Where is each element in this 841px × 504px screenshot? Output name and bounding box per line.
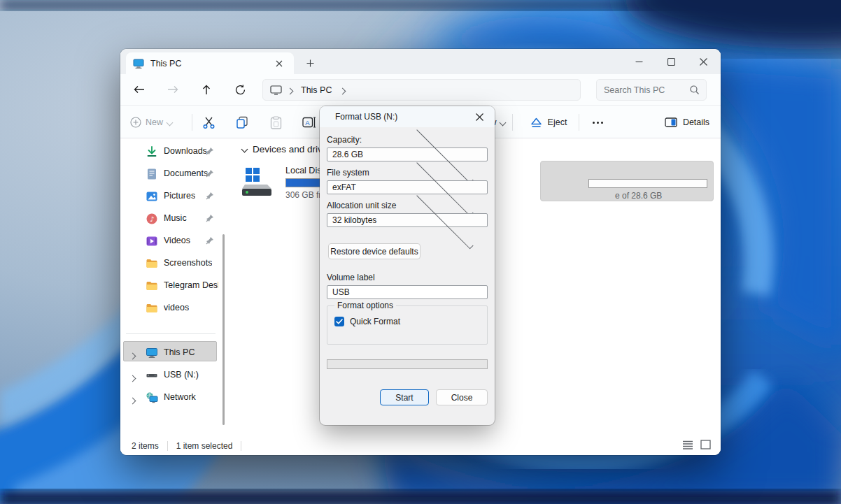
refresh-icon[interactable] [229, 79, 250, 100]
pin-icon [206, 214, 214, 222]
new-tab-icon[interactable] [301, 55, 319, 71]
svg-text:A: A [305, 119, 310, 127]
file-system-select[interactable]: exFAT [327, 180, 488, 194]
close-icon[interactable] [687, 49, 719, 74]
desktop: This PC [0, 0, 841, 504]
chevron-right-icon [129, 398, 136, 405]
monitor-icon [146, 347, 158, 359]
allocation-unit-select[interactable]: 32 kilobytes [327, 213, 488, 227]
copy-button[interactable] [229, 111, 255, 134]
close-button[interactable]: Close [436, 389, 488, 405]
restore-defaults-button[interactable]: Restore device defaults [328, 243, 420, 259]
paste-button [263, 111, 288, 134]
sidebar-item-videos[interactable]: Videos [120, 231, 227, 252]
chevron-down-icon [499, 119, 506, 126]
capacity-select[interactable]: 28.6 GB [327, 147, 488, 161]
sidebar-item-network[interactable]: Network [120, 387, 227, 408]
volume-label-input[interactable] [327, 285, 488, 299]
tab-title: This PC [150, 59, 271, 69]
local-disk-icon [241, 164, 276, 199]
start-button[interactable]: Start [380, 389, 429, 405]
tab-bar: This PC [120, 49, 721, 74]
cut-icon [202, 116, 215, 129]
network-icon [146, 391, 158, 404]
sidebar-scrollbar[interactable] [222, 234, 225, 425]
folder-icon [146, 257, 158, 270]
search-box[interactable] [596, 79, 707, 101]
navigation-bar: This PC [120, 74, 721, 105]
chevron-down-icon [416, 127, 473, 183]
monitor-icon [270, 85, 282, 95]
dialog-close-icon[interactable] [469, 109, 489, 124]
search-input[interactable] [604, 85, 690, 95]
sidebar-item-pictures[interactable]: Pictures [120, 186, 227, 207]
cut-button[interactable] [196, 111, 221, 134]
format-progress-bar [327, 359, 488, 369]
chevron-down-icon [241, 146, 248, 153]
list-view-icon[interactable] [682, 440, 693, 449]
format-options-legend: Format options [334, 301, 396, 310]
tab-close-icon[interactable] [271, 56, 287, 71]
tab-this-pc[interactable]: This PC [126, 52, 294, 74]
check-icon [336, 319, 343, 324]
pin-icon [206, 147, 214, 155]
download-icon [146, 145, 158, 158]
sidebar-item-downloads[interactable]: Downloads [120, 141, 227, 162]
sidebar-item-this-pc[interactable]: This PC [120, 343, 227, 363]
dialog-title-bar[interactable]: Format USB (N:) [320, 106, 495, 127]
capacity-bar [588, 179, 707, 188]
plus-circle-icon [130, 117, 141, 128]
minimize-icon[interactable] [623, 49, 655, 74]
volume-label-label: Volume label [327, 273, 375, 282]
new-button[interactable]: New [130, 111, 176, 134]
rename-icon: A [302, 117, 316, 128]
up-arrow-icon[interactable] [196, 79, 217, 100]
address-bar[interactable]: This PC [262, 79, 581, 101]
eject-icon [530, 117, 542, 128]
sidebar-item-music[interactable]: ♪ Music [120, 208, 227, 229]
chevron-down-icon [167, 119, 174, 126]
usb-drive-icon [146, 369, 158, 382]
pictures-icon [146, 190, 158, 203]
rename-button[interactable]: A [297, 111, 322, 134]
chevron-right-icon [129, 375, 136, 382]
eject-button[interactable]: Eject [522, 111, 575, 134]
capacity-label: Capacity: [327, 135, 362, 145]
svg-text:♪: ♪ [150, 215, 154, 223]
sidebar-item-telegram-desktop[interactable]: Telegram Desktop [120, 275, 227, 296]
quick-format-checkbox[interactable] [334, 317, 344, 326]
pin-icon [206, 169, 214, 178]
chevron-down-icon [416, 159, 473, 216]
sidebar-item-screenshots[interactable]: Screenshots [120, 253, 227, 274]
sidebar-item-usb[interactable]: USB (N:) [120, 365, 227, 386]
details-button-label: Details [683, 117, 709, 127]
status-bar: 2 items 1 item selected [120, 436, 721, 455]
eject-button-label: Eject [548, 117, 567, 127]
folder-icon [146, 280, 158, 292]
selection-count: 1 item selected [176, 441, 233, 451]
details-button[interactable]: Details [659, 111, 715, 134]
back-arrow-icon[interactable] [129, 79, 150, 100]
group-header-devices-and-drives[interactable]: Devices and drives [236, 144, 332, 154]
items-count: 2 items [132, 441, 159, 451]
sidebar-item-documents[interactable]: Documents [120, 164, 227, 185]
pin-icon [206, 236, 214, 245]
monitor-icon [133, 59, 144, 69]
sidebar-item-videos-folder[interactable]: videos [120, 298, 227, 319]
ellipsis-icon [593, 122, 603, 124]
more-options-button[interactable] [585, 111, 610, 134]
music-icon: ♪ [146, 213, 158, 225]
details-panel-icon [665, 117, 677, 127]
paste-icon [270, 116, 282, 129]
new-button-label: New [146, 117, 163, 127]
chevron-down-icon [416, 192, 473, 249]
icons-view-icon[interactable] [700, 440, 711, 449]
breadcrumb-location[interactable]: This PC [301, 85, 332, 95]
folder-icon [146, 302, 158, 315]
videos-icon [146, 235, 158, 247]
quick-format-label[interactable]: Quick Format [350, 317, 400, 326]
drive-free-space-fragment: e of 28.6 GB [615, 191, 662, 201]
maximize-icon[interactable] [655, 49, 687, 74]
copy-icon [236, 116, 248, 129]
drive-tile-usb[interactable]: e of 28.6 GB [540, 161, 714, 201]
